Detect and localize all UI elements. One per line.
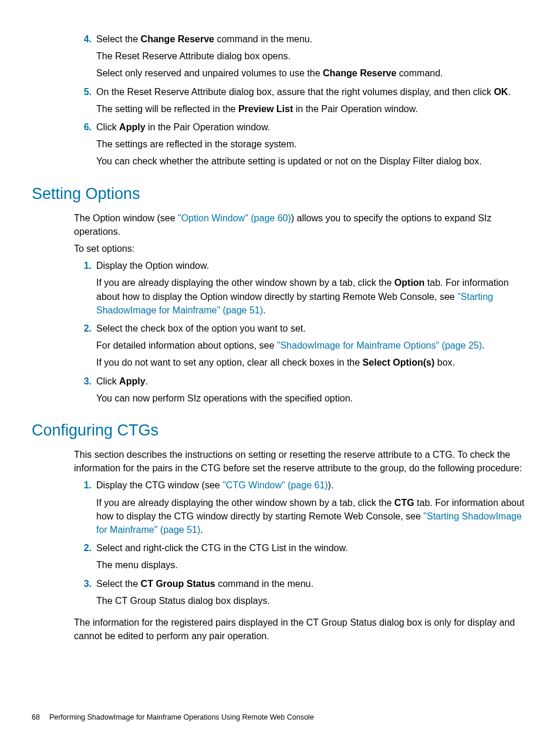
step-5: 5. On the Reset Reserve Attribute dialog… — [74, 85, 528, 116]
step-number: 3. — [74, 577, 92, 590]
heading-setting-options: Setting Options — [32, 183, 528, 205]
step-text: The settings are reflected in the storag… — [96, 137, 528, 151]
ctg-step-3: 3. Select the CT Group Status command in… — [74, 577, 528, 607]
setting-step-3: 3. Click Apply. You can now perform SIz … — [74, 374, 528, 405]
ctg-step-1: 1. Display the CTG window (see "CTG Wind… — [74, 478, 528, 536]
link-option-window[interactable]: "Option Window" (page 60) — [178, 213, 291, 223]
step-text: The setting will be reflected in the Pre… — [96, 102, 528, 116]
step-text: The CT Group Status dialog box displays. — [96, 594, 528, 607]
paragraph: The Option window (see "Option Window" (… — [74, 211, 528, 238]
footer-title: Performing ShadowImage for Mainframe Ope… — [49, 713, 314, 721]
bold-text: Preview List — [238, 104, 293, 114]
step-text: If you are already displaying the other … — [96, 276, 528, 317]
link-ctg-window[interactable]: "CTG Window" (page 61) — [222, 480, 328, 490]
paragraph: To set options: — [74, 242, 528, 255]
link-shadowimage-options[interactable]: "ShadowImage for Mainframe Options" (pag… — [277, 340, 482, 350]
step-text: Click Apply in the Pair Operation window… — [96, 120, 528, 134]
bold-text: Change Reserve — [323, 68, 396, 78]
step-number: 4. — [74, 32, 92, 46]
step-text: Select the CT Group Status command in th… — [96, 577, 528, 590]
page-number: 68 — [32, 713, 40, 721]
step-text: Display the CTG window (see "CTG Window"… — [96, 478, 528, 492]
step-text: Select the Change Reserve command in the… — [96, 32, 528, 46]
step-text: Select and right-click the CTG in the CT… — [96, 541, 528, 555]
step-number: 3. — [74, 374, 92, 388]
page-footer: 68Performing ShadowImage for Mainframe O… — [32, 712, 314, 723]
bold-text: CT Group Status — [141, 579, 215, 589]
step-text: Click Apply. — [96, 374, 528, 388]
step-text: If you do not want to set any option, cl… — [96, 356, 528, 369]
step-text: Select only reserved and unpaired volume… — [96, 66, 528, 80]
step-text: If you are already displaying the other … — [96, 496, 528, 537]
step-number: 2. — [74, 541, 92, 555]
step-4: 4. Select the Change Reserve command in … — [74, 32, 528, 80]
bold-text: Change Reserve — [141, 34, 214, 44]
step-number: 1. — [74, 259, 92, 272]
step-text: For detailed information about options, … — [96, 339, 528, 352]
step-number: 5. — [74, 85, 92, 99]
step-text: The menu displays. — [96, 558, 528, 572]
step-text: You can check whether the attribute sett… — [96, 154, 528, 168]
step-number: 1. — [74, 478, 92, 492]
paragraph: This section describes the instructions … — [74, 448, 528, 475]
bold-text: Apply — [119, 376, 145, 386]
step-text: You can now perform SIz operations with … — [96, 391, 528, 405]
bold-text: CTG — [394, 498, 414, 508]
bold-text: Select Option(s) — [363, 357, 435, 367]
bold-text: Apply — [119, 122, 145, 132]
step-text: The Reset Reserve Attribute dialog box o… — [96, 49, 528, 63]
step-number: 2. — [74, 322, 92, 335]
step-6: 6. Click Apply in the Pair Operation win… — [74, 120, 528, 168]
paragraph: The information for the registered pairs… — [74, 616, 528, 643]
step-text: On the Reset Reserve Attribute dialog bo… — [96, 85, 528, 99]
bold-text: Option — [394, 278, 425, 288]
step-text: Select the check box of the option you w… — [96, 322, 528, 335]
heading-configuring-ctgs: Configuring CTGs — [32, 419, 528, 442]
setting-step-2: 2. Select the check box of the option yo… — [74, 322, 528, 370]
step-number: 6. — [74, 120, 92, 134]
page-content: 4. Select the Change Reserve command in … — [74, 32, 528, 643]
step-text: Display the Option window. — [96, 259, 528, 272]
ctg-step-2: 2. Select and right-click the CTG in the… — [74, 541, 528, 572]
bold-text: OK — [494, 87, 508, 97]
setting-step-1: 1. Display the Option window. If you are… — [74, 259, 528, 317]
